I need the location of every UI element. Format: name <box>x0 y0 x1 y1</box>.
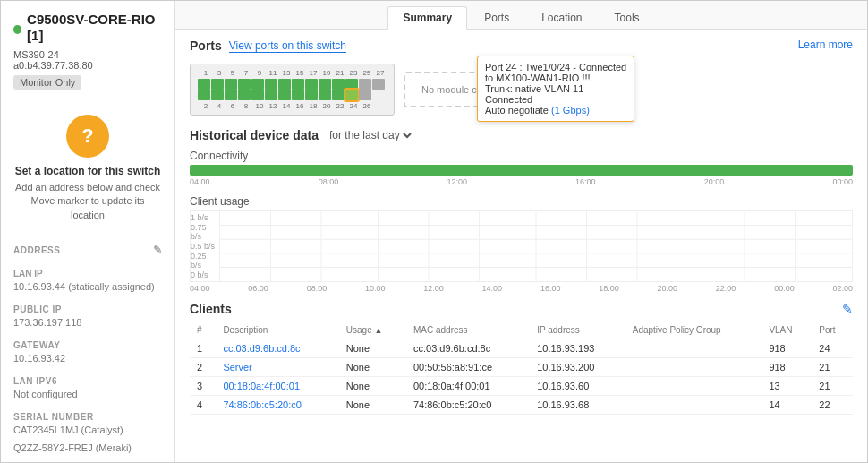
port-1[interactable] <box>198 79 210 90</box>
port-19[interactable] <box>319 79 331 90</box>
cell-ip: 10.16.93.200 <box>530 358 625 377</box>
tooltip-line2: to MX100-WAN1-RIO !!! <box>485 73 626 83</box>
configure-icon[interactable]: ✎ <box>842 302 853 316</box>
tab-summary[interactable]: Summary <box>387 6 467 30</box>
clients-table-head: # Description Usage ▲ MAC address IP add… <box>190 322 853 339</box>
cell-ip: 10.16.93.68 <box>530 396 625 415</box>
port-numbers-bottom: 2 4 6 8 10 12 14 16 18 20 22 24 26 <box>198 102 387 110</box>
address-edit-icon[interactable]: ✎ <box>153 244 163 256</box>
learn-more-link[interactable]: Learn more <box>798 39 853 51</box>
port-10[interactable] <box>251 90 264 100</box>
cell-mac: 00:18:0a:4f:00:01 <box>406 377 530 396</box>
col-num: # <box>190 322 216 339</box>
port-12[interactable] <box>265 90 277 100</box>
tooltip-line5: Auto negotiate (1 Gbps) <box>485 105 626 116</box>
cell-desc: 00:18:0a:4f:00:01 <box>216 377 338 396</box>
connectivity-time-axis: 04:00 08:00 12:00 16:00 20:00 00:00 <box>190 177 853 186</box>
cell-apg <box>625 396 762 415</box>
ports-section-header: Ports View ports on this switch <box>190 39 346 53</box>
cell-mac: cc:03:d9:6b:cd:8c <box>406 339 530 358</box>
port-11[interactable] <box>265 79 277 90</box>
port-8[interactable] <box>238 90 251 100</box>
port-25[interactable] <box>359 79 371 90</box>
port-4[interactable] <box>211 90 224 100</box>
cell-num: 1 <box>190 339 216 358</box>
tooltip-line1: Port 24 : Twe1/0/24 - Connected <box>485 62 626 73</box>
port-20[interactable] <box>319 90 331 100</box>
tooltip-line4: Connected <box>485 94 626 105</box>
port-18[interactable] <box>305 90 318 100</box>
cell-vlan: 918 <box>762 358 812 377</box>
col-desc: Description <box>216 322 338 339</box>
cell-usage: None <box>339 396 406 415</box>
historical-title: Historical device data <box>190 128 319 142</box>
client-usage-label: Client usage <box>190 195 853 208</box>
cell-apg <box>625 358 762 377</box>
port-6[interactable] <box>225 90 237 100</box>
tab-ports[interactable]: Ports <box>469 6 524 29</box>
location-desc: Add an address below and check Move mark… <box>13 181 162 222</box>
port-3[interactable] <box>211 79 224 90</box>
tab-tools[interactable]: Tools <box>600 6 655 29</box>
connectivity-label: Connectivity <box>190 150 853 162</box>
connectivity-bar <box>190 165 853 176</box>
cell-vlan: 13 <box>762 377 812 396</box>
cell-ip: 10.16.93.60 <box>530 377 625 396</box>
col-vlan: VLAN <box>762 322 812 339</box>
port-9[interactable] <box>251 79 264 90</box>
public-ip-label: PUBLIC IP <box>13 304 162 314</box>
cell-apg <box>625 339 762 358</box>
client-usage-chart: 1 b/s 0.75 b/s 0.5 b/s 0.25 b/s 0 b/s <box>190 210 853 282</box>
tab-location[interactable]: Location <box>526 6 597 29</box>
tabs-bar: Summary Ports Location Tools <box>175 1 867 30</box>
cell-port: 21 <box>812 358 853 377</box>
device-name: C9500SV-CORE-RIO [1] <box>27 12 162 44</box>
port-26[interactable] <box>359 90 371 100</box>
port-23[interactable] <box>345 79 358 90</box>
col-port: Port <box>812 322 853 339</box>
lan-ipv6-label: LAN IPV6 <box>13 376 162 386</box>
port-diagram: 1 3 5 7 9 11 13 15 17 19 21 23 25 27 <box>190 64 395 116</box>
public-ip-value: 173.36.197.118 <box>13 317 162 328</box>
question-mark-icon: ? <box>81 124 93 148</box>
port-5[interactable] <box>225 79 237 90</box>
port-24[interactable] <box>345 90 358 100</box>
clients-section: Clients ✎ # Description Usage ▲ MAC addr… <box>190 302 853 415</box>
table-row: 4 74:86:0b:c5:20:c0 None 74:86:0b:c5:20:… <box>190 396 853 415</box>
port-27[interactable] <box>372 79 385 90</box>
location-title: Set a location for this switch <box>13 165 162 177</box>
time-selector[interactable]: for the last day <box>326 128 414 142</box>
clients-title: Clients <box>190 302 232 316</box>
ports-row-bottom <box>198 90 387 100</box>
port-15[interactable] <box>292 79 304 90</box>
cell-usage: None <box>339 377 406 396</box>
cell-apg <box>625 377 762 396</box>
col-usage[interactable]: Usage ▲ <box>339 322 406 339</box>
view-ports-link[interactable]: View ports on this switch <box>229 39 346 53</box>
serial-value1: CAT2345L1MJ (Catalyst) <box>13 424 162 435</box>
port-7[interactable] <box>238 79 251 90</box>
cell-desc: cc:03:d9:6b:cd:8c <box>216 339 338 358</box>
port-2[interactable] <box>198 90 210 100</box>
port-13[interactable] <box>278 79 291 90</box>
port-22[interactable] <box>332 90 345 100</box>
table-row: 3 00:18:0a:4f:00:01 None 00:18:0a:4f:00:… <box>190 377 853 396</box>
clients-table: # Description Usage ▲ MAC address IP add… <box>190 322 853 415</box>
tooltip-line3: Trunk: native VLAN 11 <box>485 83 626 94</box>
device-mac: a0:b4:39:77:38:80 <box>13 60 162 71</box>
gateway-value: 10.16.93.42 <box>13 353 162 364</box>
historical-header: Historical device data for the last day <box>190 128 853 142</box>
port-14[interactable] <box>278 90 291 100</box>
port-21[interactable] <box>332 79 345 90</box>
port-tooltip: Port 24 : Twe1/0/24 - Connected to MX100… <box>477 56 634 122</box>
connectivity-section: Connectivity 04:00 08:00 12:00 16:00 20:… <box>190 150 853 186</box>
cell-mac: 00:50:56:a8:91:ce <box>406 358 530 377</box>
lan-ipv6-value: Not configured <box>13 389 162 399</box>
client-usage-section: Client usage 1 b/s 0.75 b/s 0.5 b/s 0.25… <box>190 195 853 293</box>
location-icon: ? <box>66 115 109 158</box>
cell-num: 3 <box>190 377 216 396</box>
sidebar: C9500SV-CORE-RIO [1] MS390-24 a0:b4:39:7… <box>1 1 175 462</box>
status-indicator <box>13 25 21 34</box>
port-16[interactable] <box>292 90 304 100</box>
port-17[interactable] <box>305 79 318 90</box>
